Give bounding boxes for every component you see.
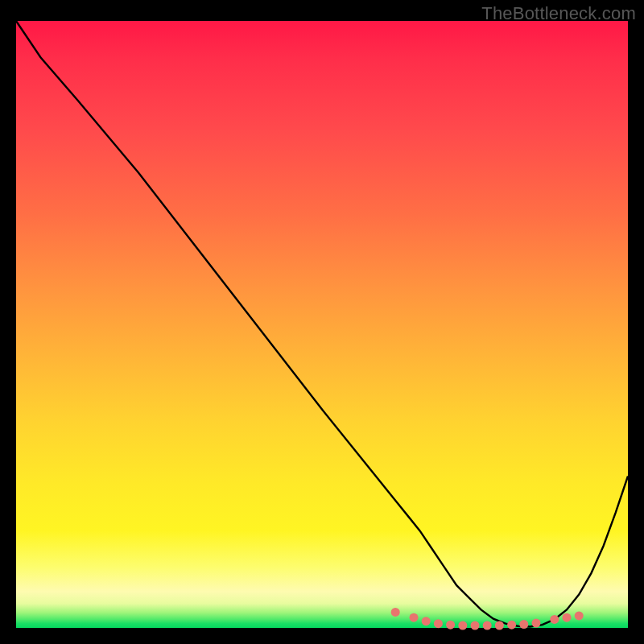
plot-area (16, 21, 628, 628)
curve-dot (422, 617, 431, 625)
curve-dot (434, 619, 443, 628)
curve-dot (532, 619, 541, 628)
curve-dot (495, 621, 504, 630)
curve-dot (550, 615, 559, 624)
bottleneck-curve (16, 21, 628, 628)
curve-dot (507, 621, 516, 630)
curve-dot (391, 608, 400, 617)
curve-dot (458, 621, 467, 630)
curve-dots (391, 608, 584, 630)
curve-dot (446, 621, 455, 630)
curve-dot (410, 613, 419, 622)
curve-dot (471, 621, 480, 630)
curve-dot (483, 621, 492, 630)
curve-dot (519, 620, 528, 629)
curve-dot (563, 613, 572, 622)
chart-frame: TheBottleneck.com (0, 0, 644, 644)
curve-line (16, 21, 628, 627)
curve-dot (575, 611, 584, 620)
